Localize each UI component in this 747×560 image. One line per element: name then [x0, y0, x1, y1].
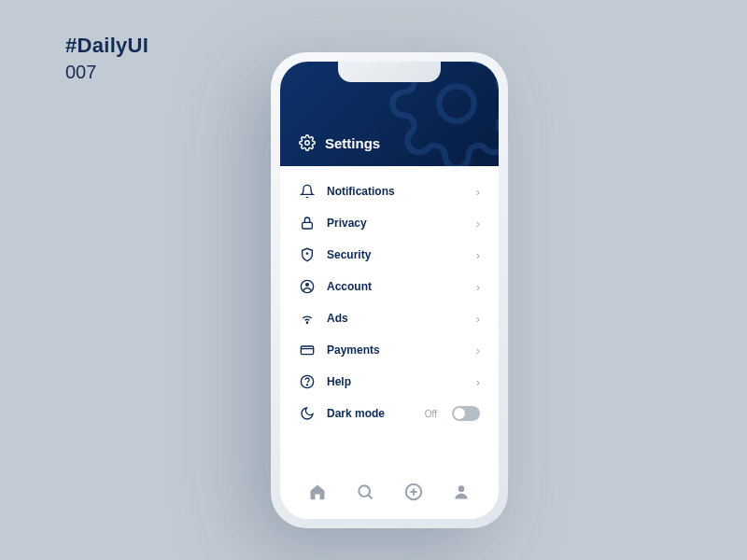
svg-point-1	[305, 141, 310, 146]
gear-icon	[299, 134, 316, 151]
svg-line-11	[369, 495, 373, 498]
settings-row-label: Ads	[327, 312, 465, 325]
settings-row-label: Account	[327, 280, 465, 293]
wifi-icon	[299, 311, 316, 326]
user-icon	[452, 483, 471, 501]
settings-list: Notifications › Privacy › Security ›	[280, 166, 499, 470]
settings-row-account[interactable]: Account ›	[291, 271, 487, 302]
bottom-nav	[280, 470, 499, 519]
page-title: Settings	[325, 135, 380, 151]
bell-icon	[299, 184, 316, 199]
settings-row-notifications[interactable]: Notifications ›	[291, 175, 487, 207]
chevron-right-icon: ›	[476, 248, 480, 262]
nav-add-button[interactable]	[399, 477, 429, 507]
chevron-right-icon: ›	[476, 375, 480, 389]
chevron-right-icon: ›	[476, 343, 480, 357]
search-icon	[356, 483, 374, 501]
dark-mode-state: Off	[425, 409, 437, 419]
tagline-number: 007	[65, 62, 148, 83]
svg-point-5	[306, 322, 307, 323]
svg-rect-2	[303, 222, 313, 229]
chevron-right-icon: ›	[476, 280, 480, 294]
help-icon	[299, 374, 316, 389]
settings-row-security[interactable]: Security ›	[291, 239, 487, 271]
tagline-hash: #DailyUI	[65, 34, 148, 58]
nav-search-button[interactable]	[350, 477, 380, 507]
settings-row-payments[interactable]: Payments ›	[291, 334, 487, 366]
svg-point-4	[305, 283, 309, 287]
settings-row-help[interactable]: Help ›	[291, 366, 487, 398]
settings-row-label: Help	[327, 375, 465, 388]
settings-row-privacy[interactable]: Privacy ›	[291, 207, 487, 239]
svg-point-9	[306, 385, 307, 385]
plus-circle-icon	[403, 482, 424, 502]
chevron-right-icon: ›	[476, 312, 480, 326]
settings-row-label: Security	[327, 248, 465, 261]
shield-icon	[299, 247, 316, 262]
phone-notch	[338, 62, 441, 82]
settings-row-ads[interactable]: Ads ›	[291, 302, 487, 334]
credit-card-icon	[299, 343, 316, 357]
nav-home-button[interactable]	[303, 477, 332, 507]
moon-icon	[299, 406, 316, 421]
phone-mockup: Settings Notifications › Privacy ›	[271, 52, 508, 528]
svg-point-15	[458, 485, 465, 492]
chevron-right-icon: ›	[476, 217, 480, 231]
settings-row-label: Privacy	[327, 217, 465, 230]
svg-point-10	[359, 485, 371, 497]
page-tagline: #DailyUI 007	[65, 34, 148, 83]
user-circle-icon	[299, 279, 316, 294]
settings-row-dark-mode: Dark mode Off	[291, 398, 487, 429]
settings-row-label: Dark mode	[327, 407, 414, 420]
settings-row-label: Payments	[327, 343, 465, 357]
nav-profile-button[interactable]	[446, 477, 476, 507]
dark-mode-toggle[interactable]	[452, 406, 480, 421]
settings-row-label: Notifications	[327, 185, 465, 198]
svg-point-0	[439, 86, 474, 121]
svg-rect-6	[301, 346, 313, 355]
home-icon	[308, 483, 327, 501]
chevron-right-icon: ›	[476, 185, 480, 199]
lock-icon	[299, 216, 316, 231]
